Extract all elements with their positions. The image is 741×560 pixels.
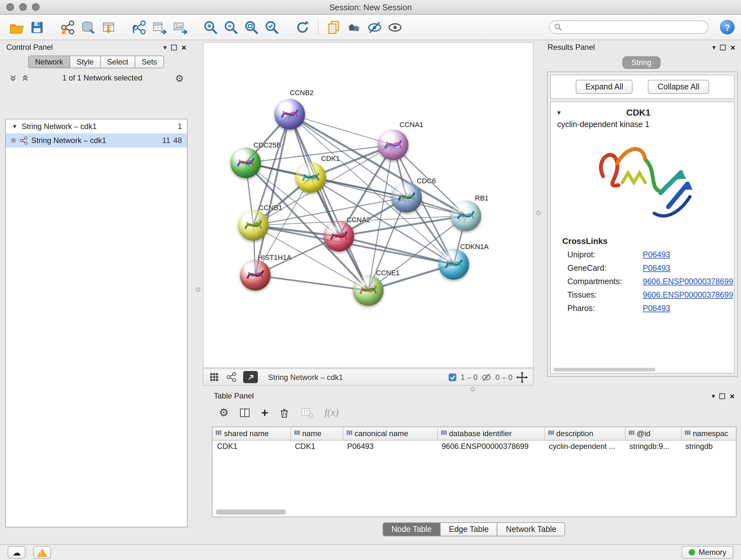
network-node-CCNA2[interactable]	[324, 221, 354, 252]
save-session-button[interactable]	[27, 17, 47, 37]
table-row[interactable]: CDK1CDK1P064939606.ENSP00000378699cyclin…	[212, 440, 737, 452]
column-header-shared-name[interactable]: shared name	[212, 427, 290, 440]
crosslink-value-link[interactable]: P06493	[643, 304, 670, 313]
right-splitter-handle[interactable]	[536, 211, 541, 215]
tree-expander-icon[interactable]: ▼	[11, 123, 18, 130]
column-sort-icon	[346, 429, 353, 436]
network-node-CDC6[interactable]	[391, 182, 422, 212]
copy-document-icon	[326, 19, 341, 35]
refresh-layout-button[interactable]	[292, 17, 313, 37]
network-node-RB1[interactable]	[451, 200, 481, 231]
new-network-button[interactable]	[129, 17, 149, 37]
cloud-status-button[interactable]: ☁	[8, 546, 25, 559]
network-options-button[interactable]: ⚙	[175, 73, 184, 83]
function-builder-button[interactable]: f(x)	[325, 407, 339, 418]
network-node-HIST1H1A[interactable]	[240, 260, 271, 291]
network-node-CCNB1[interactable]	[238, 210, 269, 241]
crosslink-value-link[interactable]: 9606.ENSP00000378699	[643, 291, 733, 300]
crosslink-value-link[interactable]: 9606.ENSP00000378699	[643, 277, 733, 286]
network-node-CCNA1[interactable]	[378, 130, 408, 160]
duplicate-document-button[interactable]	[324, 17, 344, 37]
network-node-CDC25B[interactable]	[230, 147, 261, 178]
gear-icon: ⚙	[219, 406, 229, 419]
tab-style[interactable]: Style	[70, 56, 100, 68]
column-header-id[interactable]: @id	[625, 427, 681, 440]
tab-node-table[interactable]: Node Table	[383, 522, 441, 537]
table-panel-menu-button[interactable]: ▾	[712, 392, 715, 399]
results-panel-float-button[interactable]	[720, 44, 726, 50]
search-field[interactable]	[549, 20, 709, 34]
crosslink-value-link[interactable]: P06493	[643, 250, 670, 259]
search-input[interactable]	[565, 22, 703, 32]
add-column-button[interactable]: +	[261, 407, 268, 419]
node-label-CDC6: CDC6	[417, 177, 436, 185]
collapse-all-button[interactable]: Collapse All	[648, 80, 709, 94]
zoom-out-button[interactable]	[221, 17, 241, 37]
hide-panels-button[interactable]	[364, 17, 385, 37]
tab-edge-table[interactable]: Edge Table	[440, 522, 498, 537]
table-panel-close-button[interactable]: ×	[730, 392, 735, 400]
tab-network[interactable]: Network	[28, 56, 70, 68]
network-row-selected[interactable]: String Network – cdk1 11 48	[6, 133, 187, 147]
table-settings-button[interactable]: ⚙	[219, 406, 229, 419]
zoom-selected-button[interactable]	[262, 17, 282, 37]
tab-network-table[interactable]: Network Table	[497, 522, 565, 537]
help-button[interactable]: ?	[720, 20, 735, 35]
delete-table-icon	[301, 407, 314, 419]
tab-sets[interactable]: Sets	[135, 56, 164, 68]
caret-down-icon: ▾	[712, 43, 716, 51]
network-node-CCNB2[interactable]	[274, 99, 305, 130]
zoom-in-button[interactable]	[200, 17, 221, 37]
control-panel-close-button[interactable]: ×	[182, 43, 186, 51]
column-header-name[interactable]: name	[290, 427, 343, 440]
export-image-button[interactable]	[170, 17, 190, 37]
expand-all-networks-button[interactable]	[21, 74, 29, 82]
show-panels-button[interactable]	[385, 17, 405, 37]
open-session-button[interactable]	[6, 17, 27, 37]
import-network-file-button[interactable]	[57, 17, 78, 37]
delete-column-button[interactable]	[279, 407, 291, 419]
column-header-namespace[interactable]: namespac	[681, 427, 737, 440]
show-columns-button[interactable]	[239, 407, 251, 419]
string-results-tab[interactable]: String	[623, 56, 661, 69]
node-label-HIST1H1A: HIST1H1A	[258, 253, 291, 261]
table-panel-float-button[interactable]	[720, 393, 725, 399]
new-network-from-table-button[interactable]	[149, 17, 170, 37]
results-panel-menu-button[interactable]: ▾	[712, 44, 716, 51]
network-node-CCNE1[interactable]	[353, 275, 384, 306]
zoom-fit-button[interactable]	[241, 17, 262, 37]
tab-select[interactable]: Select	[100, 56, 135, 68]
memory-button[interactable]: Memory	[681, 546, 733, 559]
warnings-button[interactable]: !	[33, 546, 51, 559]
control-panel-menu-button[interactable]: ▾	[163, 44, 167, 51]
detach-view-button[interactable]	[243, 371, 258, 383]
import-network-database-button[interactable]	[78, 17, 98, 37]
column-header-database-identifier[interactable]: database identifier	[437, 427, 544, 440]
gene-collapse-button[interactable]: ▾	[557, 109, 561, 116]
left-splitter-handle[interactable]	[196, 287, 200, 292]
zoom-selected-icon	[264, 19, 280, 35]
control-panel-float-button[interactable]	[172, 44, 177, 50]
import-table-icon	[101, 19, 116, 35]
expand-all-button[interactable]: Expand All	[576, 80, 633, 94]
import-table-file-button[interactable]	[98, 17, 119, 37]
import-network-icon	[60, 19, 75, 35]
network-canvas[interactable]: CCNB2CCNA1CDC25BCDK1CDC6RB1CCNB1CCNA2CDK…	[203, 42, 534, 368]
results-scrollbar[interactable]	[553, 368, 656, 372]
birdseye-toggle-button[interactable]	[209, 372, 219, 382]
network-view-toolbar: String Network – cdk1 1 – 0 0 – 0	[203, 368, 534, 386]
network-node-CDKN1A[interactable]	[439, 249, 469, 280]
home-button[interactable]	[344, 17, 364, 37]
double-chevron-down-icon	[9, 74, 17, 82]
network-node-CDK1[interactable]	[295, 162, 326, 193]
column-header-canonical-name[interactable]: canonical name	[343, 427, 437, 440]
delete-table-button[interactable]	[301, 407, 314, 419]
results-panel-close-button[interactable]: ×	[731, 43, 735, 51]
network-collection-row[interactable]: ▼ String Network – cdk1 1	[6, 119, 187, 133]
table-horizontal-scrollbar[interactable]	[216, 509, 286, 515]
pan-mode-button[interactable]	[516, 371, 528, 383]
collapse-all-networks-button[interactable]	[9, 74, 17, 82]
column-header-description[interactable]: description	[544, 427, 625, 440]
network-overview-button[interactable]	[226, 372, 237, 382]
crosslink-value-link[interactable]: P06493	[643, 264, 670, 273]
